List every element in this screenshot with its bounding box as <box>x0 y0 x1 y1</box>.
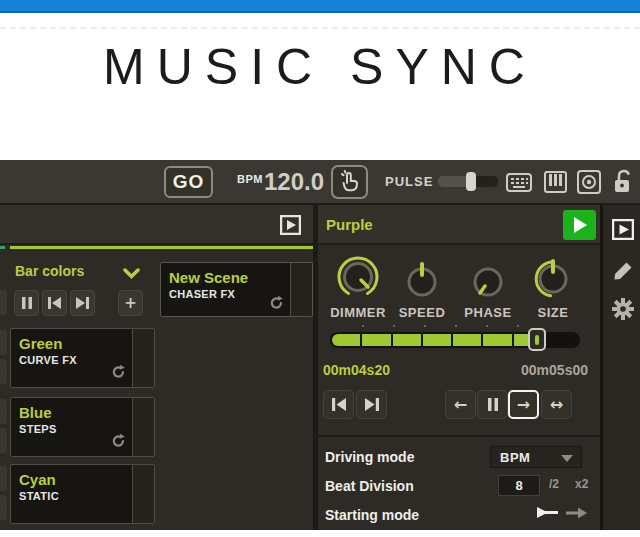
beat-division-value[interactable]: 8 <box>498 475 540 496</box>
knob-dial <box>334 253 382 303</box>
visualizer-button[interactable] <box>575 168 603 196</box>
scene-title: Blue <box>19 404 52 421</box>
driving-mode-dropdown[interactable]: BPM <box>490 446 582 468</box>
step-first-button[interactable] <box>323 390 354 419</box>
size-knob[interactable] <box>531 256 575 306</box>
edge-button-partial[interactable] <box>0 330 7 355</box>
timeline-tick <box>486 325 488 327</box>
edit-button[interactable] <box>611 259 635 283</box>
knob-dial <box>469 261 507 301</box>
timeline-tick <box>455 325 457 327</box>
chevron-down-icon <box>561 455 573 462</box>
scene-group-name[interactable]: Bar colors <box>15 263 84 279</box>
add-scene-button[interactable]: + <box>118 290 143 316</box>
bpm-label: BPM <box>237 173 263 185</box>
page-title: MUSIC SYNC <box>0 38 640 96</box>
settings-button[interactable] <box>611 297 635 321</box>
direction-backward-button[interactable]: ← <box>445 390 476 419</box>
handle-tick <box>535 335 539 345</box>
timeline-tick <box>362 325 364 327</box>
direction-bounce-button[interactable]: ↔ <box>541 390 572 419</box>
play-box-icon <box>280 215 301 235</box>
toolbar: GO BPM 120.0 PULSE <box>0 160 640 205</box>
browser-top-bar <box>0 0 640 13</box>
player-panel: Purple <box>318 205 600 530</box>
timeline-tick <box>517 325 519 327</box>
dimmer-knob[interactable] <box>334 253 382 307</box>
piano-icon <box>544 171 567 193</box>
scene-list-panel: Bar colors + <box>0 205 313 530</box>
skip-previous-icon <box>332 398 346 411</box>
knob-dial <box>403 261 441 301</box>
direction-forward-button[interactable]: → <box>508 390 539 419</box>
starting-mode-label: Starting mode <box>325 507 419 523</box>
step-last-button[interactable] <box>356 390 387 419</box>
starting-mode-flag-button[interactable] <box>536 507 558 525</box>
beat-division-half-button[interactable]: /2 <box>549 477 559 491</box>
scene-title: New Scene <box>169 269 248 286</box>
timeline-tick <box>424 325 426 327</box>
midi-keyboard-button[interactable] <box>541 168 569 196</box>
scene-card-new-scene[interactable]: New Scene CHASER FX <box>160 262 313 317</box>
edge-button-partial[interactable] <box>0 495 7 520</box>
group-previous-button[interactable] <box>42 290 67 316</box>
scene-card-grip[interactable] <box>132 329 154 387</box>
divider-dashed <box>0 27 640 29</box>
speed-knob[interactable] <box>403 261 441 305</box>
phase-knob[interactable] <box>469 261 507 305</box>
edge-button-partial[interactable] <box>0 399 7 424</box>
timeline-slider[interactable] <box>330 332 580 348</box>
pulse-slider[interactable] <box>438 176 498 187</box>
group-pause-button[interactable] <box>14 290 39 316</box>
loop-icon <box>269 295 284 310</box>
go-button[interactable]: GO <box>164 166 213 198</box>
scene-card-blue[interactable]: Blue STEPS <box>10 397 155 457</box>
skip-previous-icon <box>48 297 61 309</box>
tap-tempo-button[interactable] <box>331 165 368 199</box>
lock-button[interactable] <box>609 168 637 196</box>
group-collapse-button[interactable] <box>123 265 140 283</box>
pulse-slider-handle[interactable] <box>466 172 476 191</box>
keyboard-shortcuts-button[interactable] <box>505 168 533 196</box>
edge-button-partial[interactable] <box>0 290 7 315</box>
skip-next-icon <box>76 297 89 309</box>
scene-title: Cyan <box>19 471 56 488</box>
starting-mode-arrow-button[interactable] <box>566 507 588 525</box>
pop-out-button[interactable] <box>280 215 301 239</box>
scene-card-green[interactable]: Green CURVE FX <box>10 328 155 388</box>
monitor-circle-icon <box>577 170 601 194</box>
chevron-down-icon <box>123 268 140 279</box>
edge-button-partial[interactable] <box>0 428 7 453</box>
accent-tick <box>0 246 5 249</box>
driving-mode-label: Driving mode <box>325 449 414 465</box>
timeline-handle[interactable] <box>528 328 546 351</box>
scene-card-cyan[interactable]: Cyan STATIC <box>10 464 155 524</box>
knob-dial <box>531 256 575 302</box>
keyboard-icon <box>506 173 532 192</box>
bottom-margin <box>0 530 640 537</box>
loop-icon <box>111 364 126 379</box>
scene-card-grip[interactable] <box>290 263 312 316</box>
timeline-tick <box>393 325 395 327</box>
play-button[interactable] <box>563 210 596 240</box>
scene-subtitle: STATIC <box>19 490 59 502</box>
group-next-button[interactable] <box>70 290 95 316</box>
lock-open-icon <box>612 169 634 195</box>
direction-pause-button[interactable] <box>477 390 508 419</box>
edge-button-partial[interactable] <box>0 466 7 491</box>
bpm-value[interactable]: 120.0 <box>264 168 324 196</box>
scene-card-grip[interactable] <box>132 465 154 523</box>
edge-button-partial[interactable] <box>0 359 7 384</box>
play-icon <box>572 216 588 234</box>
pencil-icon <box>613 261 633 281</box>
beat-division-label: Beat Division <box>325 478 414 494</box>
size-label: SIZE <box>513 305 593 320</box>
scene-subtitle: CHASER FX <box>169 288 235 300</box>
play-box-icon <box>612 219 634 240</box>
time-total: 00m05s00 <box>521 362 588 378</box>
scene-card-grip[interactable] <box>132 398 154 456</box>
beat-division-double-button[interactable]: x2 <box>575 477 588 491</box>
scene-subtitle: STEPS <box>19 423 57 435</box>
live-view-button[interactable] <box>611 217 635 241</box>
scene-title: Green <box>19 335 62 352</box>
